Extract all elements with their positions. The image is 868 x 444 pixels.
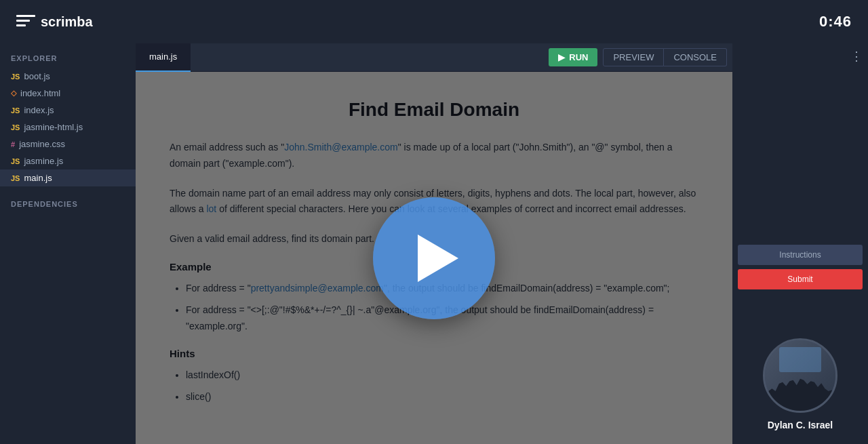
play-button[interactable]: [373, 197, 495, 319]
tab-mainjs[interactable]: main.js: [136, 43, 191, 72]
run-label: RUN: [569, 52, 588, 62]
sidebar-item-label: index.html: [20, 88, 60, 98]
video-overlay[interactable]: [136, 72, 732, 444]
js-icon: JS: [11, 123, 20, 132]
preview-label: PREVIEW: [613, 52, 654, 62]
logo: scrimba: [16, 14, 93, 30]
timer: 0:46: [819, 13, 852, 31]
js-icon: JS: [11, 157, 20, 165]
play-button-container[interactable]: [373, 197, 495, 319]
sidebar: EXPLORER JS boot.js ◇ index.html JS inde…: [0, 43, 136, 444]
sidebar-item-label: jasmine.js: [24, 156, 63, 166]
instructions-button[interactable]: Instructions: [738, 245, 863, 265]
sidebar-item-indexjs[interactable]: JS index.js: [0, 102, 136, 119]
avatar: [763, 338, 837, 413]
logo-icon: [16, 15, 35, 28]
html-icon: ◇: [11, 89, 16, 98]
instructor-area: Dylan C. Israel: [732, 338, 868, 444]
logo-text: scrimba: [41, 14, 93, 30]
css-icon: #: [11, 140, 15, 148]
dependencies-label: DEPENDENCIES: [0, 200, 136, 214]
sidebar-item-label: index.js: [24, 105, 54, 115]
more-options-icon[interactable]: ⋮: [850, 49, 863, 64]
screen-glow: [779, 347, 821, 371]
sidebar-item-mainjs[interactable]: JS main.js: [0, 169, 136, 186]
tab-bar-left: main.js: [136, 43, 191, 72]
action-buttons: Instructions Submit: [732, 239, 868, 295]
run-icon: ▶: [558, 52, 565, 62]
submit-button[interactable]: Submit: [738, 269, 863, 289]
avatar-inner: [765, 340, 835, 411]
content-wrapper: Find Email Domain An email address such …: [136, 72, 732, 444]
topbar: scrimba 0:46: [0, 0, 868, 43]
submit-label: Submit: [787, 275, 812, 284]
js-icon: JS: [11, 73, 20, 81]
sidebar-item-jasminehtmljs[interactable]: JS jasmine-html.js: [0, 119, 136, 136]
explorer-label: EXPLORER: [0, 54, 136, 68]
sidebar-item-label: main.js: [24, 173, 52, 183]
right-panel-header: ⋮: [732, 43, 868, 69]
sidebar-item-bootjs[interactable]: JS boot.js: [0, 68, 136, 85]
console-button[interactable]: CONSOLE: [664, 48, 727, 66]
main-layout: EXPLORER JS boot.js ◇ index.html JS inde…: [0, 43, 868, 444]
right-panel: ⋮ Instructions Submit Dylan C. Israel: [732, 43, 868, 444]
tab-bar: main.js ▶ RUN PREVIEW CONSOLE: [136, 43, 732, 72]
sidebar-item-label: jasmine-html.js: [24, 122, 83, 132]
sidebar-item-jasminecss[interactable]: # jasmine.css: [0, 136, 136, 153]
js-icon: JS: [11, 174, 20, 182]
js-icon: JS: [11, 106, 20, 115]
tab-bar-right: ▶ RUN PREVIEW CONSOLE: [549, 48, 732, 66]
sidebar-item-label: boot.js: [24, 71, 50, 81]
sidebar-item-jasminejs[interactable]: JS jasmine.js: [0, 153, 136, 169]
run-button[interactable]: ▶ RUN: [549, 48, 597, 66]
instructions-label: Instructions: [779, 250, 821, 260]
instructor-name: Dylan C. Israel: [768, 420, 833, 430]
preview-button[interactable]: PREVIEW: [603, 48, 664, 66]
play-icon: [418, 235, 458, 282]
console-label: CONSOLE: [673, 52, 717, 62]
sidebar-item-label: jasmine.css: [19, 139, 65, 149]
dependencies-section: DEPENDENCIES: [0, 200, 136, 214]
editor-area: main.js ▶ RUN PREVIEW CONSOLE Find Em: [136, 43, 732, 444]
sidebar-item-indexhtml[interactable]: ◇ index.html: [0, 85, 136, 102]
